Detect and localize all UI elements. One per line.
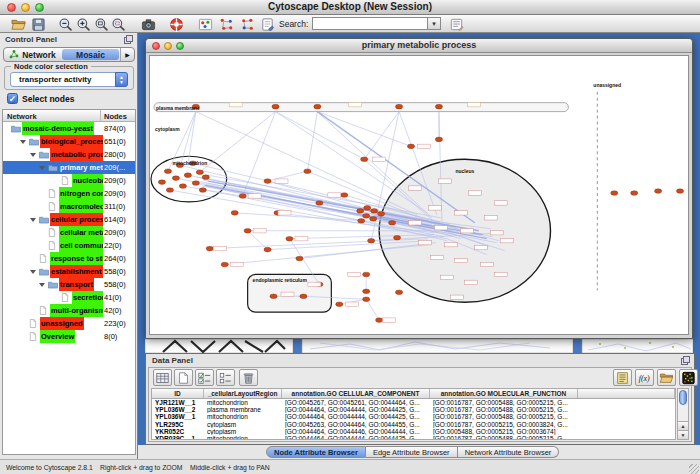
search-config-icon[interactable] [448,16,464,32]
resize-grip[interactable] [689,464,699,474]
open-session-icon[interactable] [10,16,26,32]
column-header[interactable]: annotation.GO CELLULAR_COMPONENT [282,389,430,398]
network-window[interactable]: primary metabolic process plasma membran… [145,38,693,339]
graph-node [378,212,385,217]
select-nodes-checkbox[interactable]: ✓ [7,93,18,104]
tab-network-attribute-browser[interactable]: Network Attribute Browser [458,446,560,458]
tree-row[interactable]: secretion41(0) [3,291,135,304]
float-icon[interactable] [124,35,133,46]
app-titlebar: Cytoscape Desktop (New Session) [0,0,700,15]
table-scrollbar[interactable]: ▲ ▼ [677,388,689,440]
tree-row[interactable]: biological_process651(0) [3,135,135,148]
tab-node-attribute-browser[interactable]: Node Attribute Browser [266,446,366,458]
table-row[interactable]: YDR039C__1mitochondrion[GO:0044464, GO:0… [152,435,675,440]
zoom-selected-icon[interactable] [110,16,126,32]
function-builder-button[interactable]: f(x) [635,369,654,386]
network-canvas[interactable]: plasma membranecytoplasmmitochondrionnuc… [149,55,689,335]
scroll-down-icon[interactable]: ▼ [678,430,688,439]
tab-overflow-arrow[interactable]: ▶ [120,48,134,61]
tree-row-label: cellular metabo [59,226,103,239]
tree-row[interactable]: establishment of lo558(0) [3,265,135,278]
control-panel-header: Control Panel [0,33,137,46]
dropdown-stepper-icon[interactable]: ▲▼ [115,72,128,87]
folder-icon [11,124,21,135]
tree-row[interactable]: response to stimul264(0) [3,252,135,265]
table-cell: YDR039C__1 [152,435,204,440]
annotation-icon[interactable] [259,16,275,32]
expand-icon[interactable] [20,140,26,144]
table-row[interactable]: YJR121W__1mitochondrion[GO:0045267, GO:0… [152,399,675,406]
help-ring-icon[interactable] [168,16,184,32]
tree-row[interactable]: mosaic-demo-yeast874(0) [3,122,135,135]
zoom-out-icon[interactable] [57,16,73,32]
expand-icon[interactable] [30,153,36,157]
close-button[interactable] [152,42,160,50]
tree-row[interactable]: transport558(0) [3,278,135,291]
table-row[interactable]: YPL036W__1mitochondrion[GO:0044464, GO:0… [152,413,675,420]
tree-row[interactable]: cell communicat22(0) [3,239,135,252]
tab-network[interactable]: Network [4,48,61,61]
layout-1-icon[interactable] [218,16,234,32]
node-color-dropdown[interactable]: transporter activity ▲▼ [10,72,128,87]
graph-node [341,193,348,198]
save-session-icon[interactable] [30,16,46,32]
table-row[interactable]: YKR052Ccytoplasm[GO:0044464, GO:0044446,… [152,428,675,435]
graph-node [655,189,662,194]
node-label-box [383,318,396,322]
minimize-button[interactable] [164,42,172,50]
maximize-button[interactable] [176,42,184,50]
table-cell: [GO:0016787, GO:0005488, GO:0005215, G..… [430,435,578,440]
import-attributes-button[interactable] [657,369,676,386]
tree-row[interactable]: unassigned223(0) [3,317,135,330]
expand-icon[interactable] [30,218,36,222]
tree-row[interactable]: macromolecule311(0) [3,200,135,213]
expand-icon[interactable] [30,270,36,274]
expand-icon[interactable] [39,283,45,287]
layout-2-icon[interactable] [239,16,255,32]
snapshot-icon[interactable] [140,16,156,32]
attribute-report-button[interactable] [613,369,632,386]
tree-row[interactable]: primary metabol209(... [3,161,135,174]
graph-node [371,209,378,214]
attribute-matrix-button[interactable] [679,369,698,386]
tab-mosaic[interactable]: Mosaic [62,49,119,60]
tab-edge-attribute-browser[interactable]: Edge Attribute Browser [366,446,458,458]
select-nodes-label: Select nodes [22,94,74,104]
zoom-fit-icon[interactable] [93,16,109,32]
node-label-box [468,191,481,195]
delete-attribute-button[interactable] [239,369,258,386]
tree-row-count: 311(0) [104,200,125,213]
tree-row-label: primary metabol [59,161,103,174]
select-attributes-button[interactable] [195,369,214,386]
column-header[interactable]: ID [152,389,204,398]
new-attribute-button[interactable] [174,369,193,386]
tree-row-count: 874(0) [104,122,126,135]
column-header[interactable]: _cellularLayoutRegion [204,389,282,398]
table-row[interactable]: YPL036W__2plasma membrane[GO:0044464, GO… [152,406,675,413]
search-dropdown-icon[interactable]: ▾ [427,18,440,29]
tree-row[interactable]: Overview8(0) [3,330,135,343]
node-label-box [454,258,467,262]
scrollbar-thumb[interactable] [679,390,687,405]
tree-row-label: mosaic-demo-yeast [22,122,94,135]
table-row[interactable]: YLR295Ccytoplasm[GO:0045263, GO:0044464,… [152,421,675,428]
status-message: Welcome to Cytoscape 2.8.1 [6,464,93,471]
tree-row[interactable]: cellular process614(0) [3,213,135,226]
node-label-box [430,255,443,259]
float-icon[interactable] [681,356,690,367]
tree-row[interactable]: nucleobase-209(0) [3,174,135,187]
attribute-list-button[interactable] [216,369,235,386]
tree-row[interactable]: nitrogen compo209(0) [3,187,135,200]
tree-row[interactable]: cellular metabo209(0) [3,226,135,239]
tree-row[interactable]: multi-organism pro42(0) [3,304,135,317]
zoom-in-icon[interactable] [75,16,91,32]
expand-icon[interactable] [39,166,45,170]
table-cell: mitochondrion [204,435,282,440]
attribute-table-button[interactable] [153,369,172,386]
column-header[interactable]: annotation.GO MOLECULAR_FUNCTION [430,389,578,398]
scroll-up-icon[interactable]: ▲ [678,421,688,430]
search-input[interactable]: ▾ [312,17,441,30]
tree-row-count: 8(0) [104,330,117,343]
vizmapper-icon[interactable] [197,16,213,32]
tree-row[interactable]: metabolic process280(0) [3,148,135,161]
